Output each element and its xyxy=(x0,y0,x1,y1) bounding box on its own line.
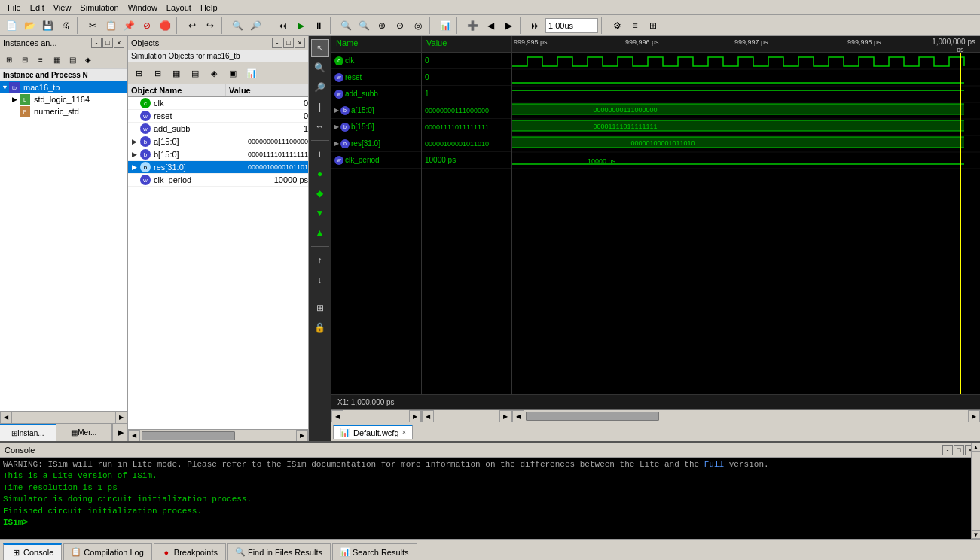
time-input[interactable]: 1.00us xyxy=(545,18,598,33)
traces-scroll-thumb[interactable] xyxy=(526,412,659,421)
save-button[interactable]: 💾 xyxy=(39,17,56,34)
inst-btn-3[interactable]: ≡ xyxy=(33,52,48,67)
zoom-fit-button[interactable]: ⊕ xyxy=(374,17,390,34)
wave-expand-res31[interactable]: ▶ xyxy=(334,140,339,147)
inst-btn-2[interactable]: ⊟ xyxy=(17,52,32,67)
more-button[interactable]: ≡ xyxy=(627,17,643,34)
wave-tool-measure[interactable]: ↔ xyxy=(311,117,329,135)
wave-tool-green2[interactable]: ◆ xyxy=(311,184,329,202)
zoom-in-button[interactable]: 🔍 xyxy=(337,17,354,34)
console-restore[interactable]: □ xyxy=(954,445,964,455)
obj-row-clk[interactable]: c clk 0 xyxy=(128,97,308,110)
tree-item-std[interactable]: ▶ L std_logic_1164 xyxy=(0,93,127,105)
bottom-tab-findinfiles[interactable]: 🔍 Find in Files Results xyxy=(227,543,331,560)
obj-btn-6[interactable]: ▣ xyxy=(224,64,242,82)
console-scroll-down[interactable]: ▼ xyxy=(972,530,981,539)
menu-help[interactable]: Help xyxy=(196,2,222,14)
wave-tool-green4[interactable]: ▲ xyxy=(311,224,329,242)
menu-edit[interactable]: Edit xyxy=(26,2,49,14)
wave-hscroll-vals[interactable]: ◀ ▶ xyxy=(422,410,512,422)
cut-button[interactable]: ✂ xyxy=(84,17,101,34)
goto-time-button[interactable]: ⏭ xyxy=(527,17,544,34)
vals-scroll-track[interactable] xyxy=(434,410,499,422)
next-wave-button[interactable]: ▶ xyxy=(500,17,517,34)
inst-btn-4[interactable]: ▦ xyxy=(49,52,64,67)
wave-row-a15-name[interactable]: ▶ b a[15:0] xyxy=(331,102,421,119)
expand-a15[interactable]: ▶ xyxy=(128,138,140,145)
wave-expand-a15[interactable]: ▶ xyxy=(334,107,339,114)
wave-row-res31-name[interactable]: ▶ b res[31:0] xyxy=(331,135,421,152)
wave-tool-zoom-out[interactable]: 🔎 xyxy=(311,78,329,96)
redo-button[interactable]: ↪ xyxy=(202,17,218,34)
inst-btn-1[interactable]: ⊞ xyxy=(2,52,17,67)
obj-scroll-thumb[interactable] xyxy=(142,431,235,440)
wave-tool-zoom-in[interactable]: 🔍 xyxy=(311,59,329,77)
wave-tool-down[interactable]: ↓ xyxy=(311,271,329,289)
obj-btn-3[interactable]: ▦ xyxy=(167,64,185,82)
wave-hscroll-names[interactable]: ◀ ▶ xyxy=(331,410,422,422)
pause-button[interactable]: ⏸ xyxy=(310,17,327,34)
wave-tool-cursor[interactable]: | xyxy=(311,98,329,116)
names-scroll-left[interactable]: ◀ xyxy=(331,410,343,422)
obj-row-addsubb[interactable]: w add_subb 1 xyxy=(128,123,308,135)
wave-tool-green1[interactable]: ● xyxy=(311,165,329,183)
bottom-tab-breakpoints[interactable]: ● Breakpoints xyxy=(154,543,226,560)
wave-tool-pointer[interactable]: ↖ xyxy=(311,39,329,57)
run-button[interactable]: ▶ xyxy=(292,17,309,34)
vals-scroll-right[interactable]: ▶ xyxy=(499,410,511,422)
wave-tab-default[interactable]: 📊 Default.wcfg × xyxy=(333,425,413,439)
delete-button[interactable]: ⊘ xyxy=(139,17,155,34)
replace-button[interactable]: 🔎 xyxy=(247,17,264,34)
scroll-left[interactable]: ◀ xyxy=(0,412,12,424)
obj-row-clkperiod[interactable]: w clk_period 10000 ps xyxy=(128,174,308,187)
vals-scroll-left[interactable]: ◀ xyxy=(422,410,434,422)
menu-view[interactable]: View xyxy=(49,2,76,14)
open-button[interactable]: 📂 xyxy=(21,17,38,34)
wave-expand-b15[interactable]: ▶ xyxy=(334,123,339,130)
traces-scroll-left[interactable]: ◀ xyxy=(512,410,524,422)
obj-btn-4[interactable]: ▤ xyxy=(186,64,204,82)
bottom-tab-compilation[interactable]: 📋 Compilation Log xyxy=(63,543,152,560)
print-button[interactable]: 🖨 xyxy=(57,17,74,34)
settings-button[interactable]: ⚙ xyxy=(609,17,625,34)
expand-b15[interactable]: ▶ xyxy=(128,151,140,158)
instances-close[interactable]: × xyxy=(114,38,124,48)
wave-tool-up[interactable]: ↑ xyxy=(311,251,329,269)
wave-row-addsubb-name[interactable]: w add_subb xyxy=(331,86,421,102)
obj-scroll-left[interactable]: ◀ xyxy=(128,430,140,442)
search-button[interactable]: 🔍 xyxy=(229,17,246,34)
objects-minus[interactable]: - xyxy=(272,38,282,48)
undo-button[interactable]: ↩ xyxy=(184,17,200,34)
wave-tab-close[interactable]: × xyxy=(402,428,407,437)
restart-button[interactable]: ⏮ xyxy=(274,17,291,34)
add-wave-button[interactable]: ➕ xyxy=(464,17,481,34)
menu-simulation[interactable]: Simulation xyxy=(75,2,123,14)
obj-row-res31[interactable]: ▶ b res[31:0] 0000010000101101 xyxy=(128,161,308,174)
traces-scroll-right[interactable]: ▶ xyxy=(968,410,980,422)
wave-row-clkperiod-name[interactable]: w clk_period xyxy=(331,152,421,169)
wave-row-clk-name[interactable]: c clk xyxy=(331,53,421,69)
console-minus[interactable]: - xyxy=(942,445,953,455)
wave-tool-snap[interactable]: ⊞ xyxy=(311,299,329,317)
instances-minus[interactable]: - xyxy=(91,38,102,48)
paste-button[interactable]: 📌 xyxy=(121,17,137,34)
new-button[interactable]: 📄 xyxy=(3,17,20,34)
wave-tool-lock[interactable]: 🔒 xyxy=(311,318,329,336)
instances-restore[interactable]: □ xyxy=(102,38,113,48)
markers-button[interactable]: 📊 xyxy=(437,17,453,34)
extra-button[interactable]: ⊞ xyxy=(645,17,661,34)
scroll-track[interactable] xyxy=(12,413,115,422)
console-vscroll[interactable]: ▲ ▼ xyxy=(971,443,980,539)
tree-item-numeric[interactable]: P numeric_std xyxy=(0,105,127,117)
obj-row-a15[interactable]: ▶ b a[15:0] 0000000011100000 xyxy=(128,135,308,148)
expand-res31[interactable]: ▶ xyxy=(128,163,140,171)
tree-item-mac16tb[interactable]: ▼ tb mac16_tb xyxy=(0,81,127,93)
objects-hscroll[interactable]: ◀ ▶ xyxy=(128,429,308,441)
menu-layout[interactable]: Layout xyxy=(162,2,196,14)
names-scroll-track[interactable] xyxy=(343,410,409,422)
inst-btn-6[interactable]: ◈ xyxy=(81,52,96,67)
zoom-out-button[interactable]: 🔍 xyxy=(356,17,372,34)
prev-wave-button[interactable]: ◀ xyxy=(482,17,499,34)
wave-hscroll-traces[interactable]: ◀ ▶ xyxy=(512,410,980,422)
stop-button[interactable]: 🛑 xyxy=(157,17,173,34)
